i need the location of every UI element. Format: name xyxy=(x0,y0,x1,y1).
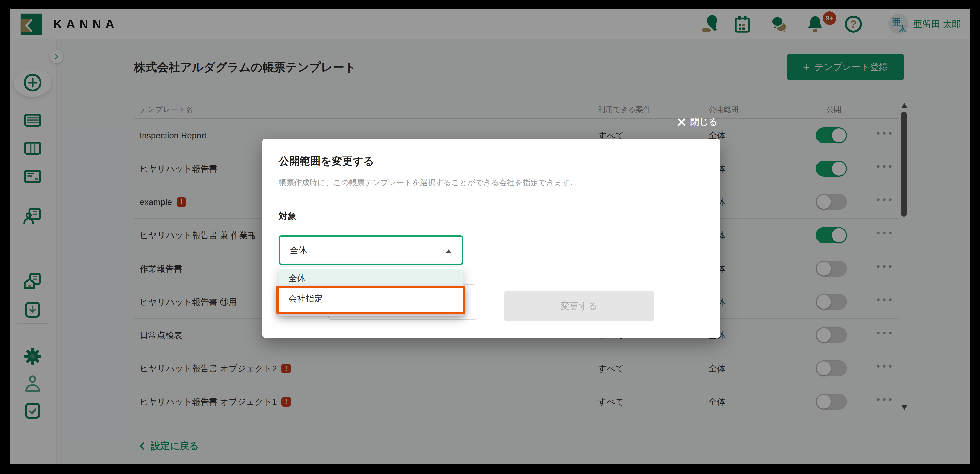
scope-dropdown: 全体 会社指定 xyxy=(279,267,463,316)
submit-change-button[interactable]: 変更する xyxy=(504,291,654,321)
target-field-label: 対象 xyxy=(279,210,297,222)
close-icon xyxy=(677,117,686,127)
modal-description: 帳票作成時に、この帳票テンプレートを選択することができる会社を指定できます。 xyxy=(279,178,578,188)
modal-title: 公開範囲を変更する xyxy=(279,154,374,168)
scope-select[interactable]: 全体 xyxy=(279,236,463,265)
modal-close-label: 閉じる xyxy=(690,116,718,128)
screenshot-frame: KANNA xyxy=(0,0,980,474)
change-scope-modal: 公開範囲を変更する 帳票作成時に、この帳票テンプレートを選択することができる会社… xyxy=(262,139,720,338)
dropdown-option-kaisha-shitei[interactable]: 会社指定 xyxy=(279,287,463,310)
caret-up-icon xyxy=(446,249,452,253)
modal-close-button[interactable]: 閉じる xyxy=(677,116,718,128)
app-window: KANNA xyxy=(10,9,970,464)
scope-select-value: 全体 xyxy=(290,244,307,256)
dropdown-option-zentai[interactable]: 全体 xyxy=(279,269,463,287)
